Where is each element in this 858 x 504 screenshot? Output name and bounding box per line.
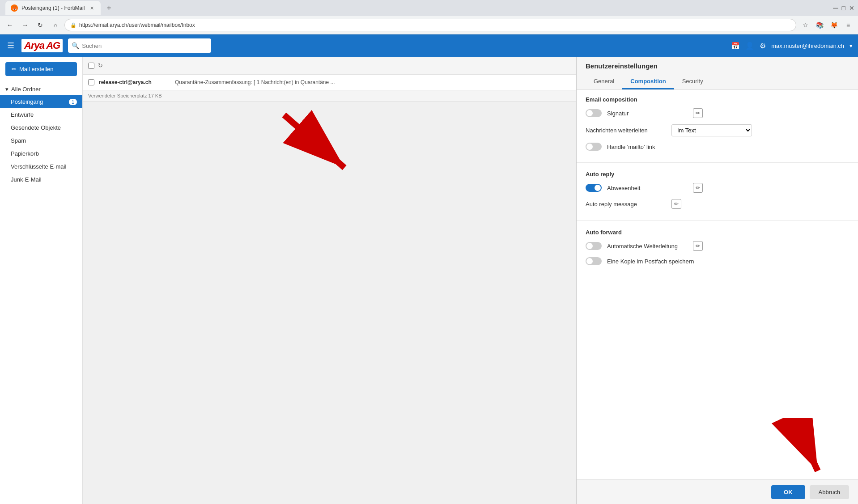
- mailto-row: Handle 'mailto' link: [586, 143, 849, 151]
- sidebar-item-junk[interactable]: Junk-E-Mail: [0, 173, 82, 186]
- bookmarks-button[interactable]: 📚: [813, 19, 826, 31]
- signatur-toggle[interactable]: [586, 109, 602, 117]
- cancel-button[interactable]: Abbruch: [810, 485, 849, 499]
- auto-forward-title: Auto forward: [586, 229, 849, 236]
- sidebar-item-posteingang[interactable]: Posteingang 1: [0, 95, 82, 108]
- browser-titlebar: 🦊 Posteingang (1) - FortiMail ✕ + ─ □ ✕: [0, 0, 858, 16]
- tab-title: Posteingang (1) - FortiMail: [21, 5, 85, 11]
- minimize-button[interactable]: ─: [833, 4, 838, 12]
- close-button[interactable]: ✕: [849, 4, 854, 12]
- browser-tab[interactable]: 🦊 Posteingang (1) - FortiMail ✕: [5, 1, 101, 15]
- ok-button[interactable]: OK: [771, 485, 805, 499]
- app-logo: Arya AG: [21, 39, 63, 52]
- tab-security[interactable]: Security: [674, 74, 711, 89]
- section-divider-1: [577, 162, 858, 163]
- email-list-toolbar: ↻: [83, 57, 576, 75]
- home-button[interactable]: ⌂: [49, 19, 62, 31]
- refresh-emails-icon[interactable]: ↻: [98, 62, 103, 69]
- settings-tabs: General Composition Security: [586, 74, 849, 89]
- user-email: max.muster@ihredomain.ch: [771, 42, 844, 49]
- tab-favicon: 🦊: [11, 4, 18, 12]
- settings-title: Benutzereinstellungen: [586, 62, 849, 70]
- auto-forward-section: Auto forward Automatische Weiterleitung …: [577, 223, 858, 275]
- tab-close-button[interactable]: ✕: [88, 4, 95, 12]
- email-composition-title: Email composition: [586, 96, 849, 103]
- abwesenheit-row: Abwesenheit ✏: [586, 183, 849, 193]
- maximize-button[interactable]: □: [842, 4, 845, 12]
- weiterleitung-row: Automatische Weiterleitung ✏: [586, 241, 849, 251]
- chevron-down-icon: ▾: [5, 86, 8, 93]
- app-topbar: ☰ Arya AG 🔍 📅 👤 ⚙ max.muster@ihredomain.…: [0, 34, 858, 57]
- user-dropdown-icon[interactable]: ▾: [850, 42, 853, 49]
- abwesenheit-toggle[interactable]: [586, 184, 602, 192]
- signatur-row: Signatur ✏: [586, 108, 849, 118]
- search-input[interactable]: [82, 42, 207, 49]
- nachrichten-label: Nachrichten weiterleiten: [586, 127, 666, 134]
- mailto-label: Handle 'mailto' link: [607, 144, 688, 150]
- sidebar-item-verschluesselt[interactable]: Verschlüsselte E-mail: [0, 160, 82, 173]
- weiterleitung-edit-button[interactable]: ✏: [693, 241, 703, 251]
- email-sender: release-ctrl@arya.ch: [99, 79, 170, 85]
- topbar-menu-button[interactable]: ☰: [5, 39, 16, 52]
- new-tab-button[interactable]: +: [102, 2, 115, 14]
- select-all-checkbox[interactable]: [88, 63, 94, 69]
- abwesenheit-label: Abwesenheit: [607, 185, 688, 191]
- section-divider-2: [577, 220, 858, 221]
- app-layout: ☰ Arya AG 🔍 📅 👤 ⚙ max.muster@ihredomain.…: [0, 34, 858, 504]
- signatur-edit-button[interactable]: ✏: [693, 108, 703, 118]
- sidebar-item-gesendete[interactable]: Gesendete Objekte: [0, 121, 82, 134]
- calendar-icon[interactable]: 📅: [731, 42, 740, 50]
- kopie-toggle[interactable]: [586, 257, 602, 265]
- sidebar: ✏ Mail erstellen ▾ Alle Ordner Posteinga…: [0, 57, 83, 504]
- topbar-right: 📅 👤 ⚙ max.muster@ihredomain.ch ▾: [731, 42, 853, 50]
- nachrichten-row: Nachrichten weiterleiten Im Text Als Anh…: [586, 124, 849, 136]
- settings-body: Email composition Signatur ✏ Nachrichten…: [577, 90, 858, 479]
- settings-panel: Benutzereinstellungen General Compositio…: [576, 57, 858, 504]
- email-list-area: ↻ release-ctrl@arya.ch Quarantäne-Zusamm…: [83, 57, 576, 504]
- table-row[interactable]: release-ctrl@arya.ch Quarantäne-Zusammen…: [83, 75, 576, 90]
- pencil-icon: ✏: [12, 66, 17, 72]
- auto-reply-message-edit-button[interactable]: ✏: [671, 199, 681, 209]
- storage-info: Verwendeter Speicherplatz 17 KB: [88, 93, 162, 98]
- settings-header: Benutzereinstellungen General Compositio…: [577, 57, 858, 90]
- back-button[interactable]: ←: [4, 19, 16, 31]
- red-arrow-1: [262, 102, 360, 183]
- email-subject: Quarantäne-Zusammenfassung: [ 1 Nachrich…: [175, 79, 570, 85]
- new-mail-button[interactable]: ✏ Mail erstellen: [5, 62, 77, 76]
- person-icon[interactable]: 👤: [745, 42, 754, 50]
- main-content: ✏ Mail erstellen ▾ Alle Ordner Posteinga…: [0, 57, 858, 504]
- tab-composition[interactable]: Composition: [622, 74, 674, 89]
- tab-general[interactable]: General: [586, 74, 622, 89]
- refresh-button[interactable]: ↻: [34, 19, 47, 31]
- weiterleitung-label: Automatische Weiterleitung: [607, 243, 688, 250]
- all-folders-header[interactable]: ▾ Alle Ordner: [0, 83, 82, 95]
- star-button[interactable]: ☆: [799, 19, 811, 31]
- extensions-button[interactable]: 🦊: [828, 19, 840, 31]
- sidebar-folders-section: ▾ Alle Ordner Posteingang 1 Entwürfe Ges…: [0, 81, 82, 188]
- sidebar-item-papierkorb[interactable]: Papierkorb: [0, 147, 82, 160]
- auto-reply-title: Auto reply: [586, 171, 849, 178]
- svg-line-1: [284, 115, 344, 168]
- weiterleitung-toggle[interactable]: [586, 242, 602, 250]
- signatur-label: Signatur: [607, 110, 688, 117]
- abwesenheit-edit-button[interactable]: ✏: [693, 183, 703, 193]
- browser-chrome: 🦊 Posteingang (1) - FortiMail ✕ + ─ □ ✕ …: [0, 0, 858, 34]
- sidebar-item-spam[interactable]: Spam: [0, 134, 82, 147]
- address-bar[interactable]: 🔒 https://email.arya.ch/user/webmail/mai…: [64, 19, 796, 31]
- forward-button[interactable]: →: [19, 19, 31, 31]
- toolbar-icons: ☆ 📚 🦊 ≡: [799, 19, 854, 31]
- posteingang-badge: 1: [69, 99, 77, 105]
- settings-icon[interactable]: ⚙: [760, 42, 766, 50]
- search-icon: 🔍: [72, 42, 79, 49]
- auto-reply-section: Auto reply Abwesenheit ✏ Auto reply mess…: [577, 165, 858, 219]
- browser-menu-button[interactable]: ≡: [842, 19, 854, 31]
- nachrichten-select[interactable]: Im Text Als Anhang: [671, 124, 752, 136]
- email-checkbox[interactable]: [88, 79, 94, 85]
- kopie-row: Eine Kopie im Postfach speichern: [586, 257, 849, 265]
- lock-icon: 🔒: [70, 22, 76, 28]
- auto-reply-message-label: Auto reply message: [586, 201, 666, 208]
- settings-footer: OK Abbruch: [577, 479, 858, 504]
- mailto-toggle[interactable]: [586, 143, 602, 151]
- auto-reply-message-row: Auto reply message ✏: [586, 199, 849, 209]
- sidebar-item-entwuerfe[interactable]: Entwürfe: [0, 108, 82, 121]
